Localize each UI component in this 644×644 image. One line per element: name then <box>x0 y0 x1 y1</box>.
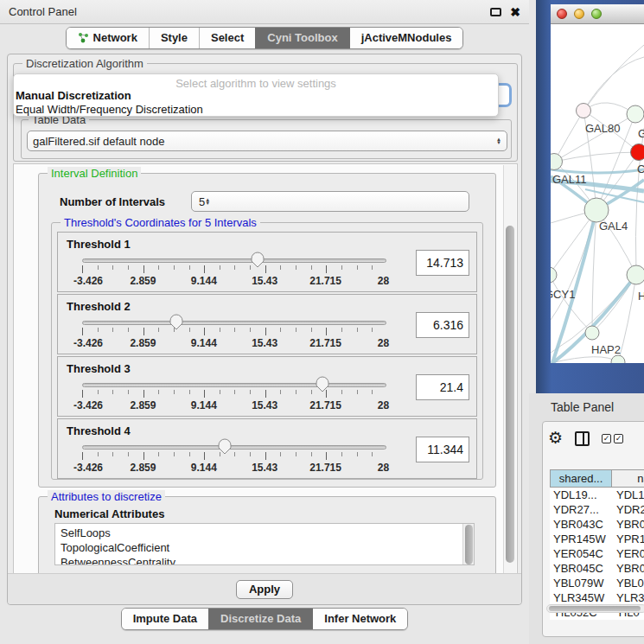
list-item[interactable]: SelfLoops <box>61 526 474 540</box>
float-window-icon[interactable] <box>490 8 501 16</box>
numerical-attributes-label: Numerical Attributes <box>54 507 164 520</box>
control-panel-titlebar: Control Panel ✖ <box>0 0 529 24</box>
attributes-group-title: Attributes to discretize <box>48 490 165 503</box>
apply-button[interactable]: Apply <box>236 580 293 599</box>
node-red-selected <box>631 144 644 161</box>
table-data-value: galFiltered.sif default node <box>33 135 496 148</box>
interval-definition-title: Interval Definition <box>48 167 141 180</box>
list-scrollbar[interactable] <box>462 524 474 564</box>
tab-style-label: Style <box>161 31 188 44</box>
node-label-gal4: GAL4 <box>599 220 628 233</box>
threshold-3-slider[interactable]: -3.4262.8599.14415.4321.71528 <box>82 383 386 411</box>
tab-cyni-toolbox-label: Cyni Toolbox <box>267 31 337 44</box>
tab-impute-data[interactable]: Impute Data <box>122 609 208 629</box>
slider-track <box>82 445 386 450</box>
threshold-2-value-field[interactable] <box>416 312 469 338</box>
tab-impute-data-label: Impute Data <box>133 612 197 625</box>
threshold-4-label: Threshold 4 <box>67 424 131 437</box>
node-gal80 <box>577 104 591 118</box>
threshold-1-slider[interactable]: -3.4262.8599.14415.4321.71528 <box>82 258 386 286</box>
checkbox-icon[interactable]: ✓ <box>614 434 623 443</box>
number-of-intervals-value: 5 <box>199 195 205 208</box>
list-item[interactable]: BetweennessCentrality <box>61 555 474 565</box>
slider-ticks <box>82 265 386 273</box>
close-icon[interactable]: ✖ <box>510 6 520 18</box>
tab-jactivemnodules[interactable]: jActiveMNodules <box>349 28 463 48</box>
threshold-4-value-field[interactable] <box>416 437 469 462</box>
threshold-1-label: Threshold 1 <box>67 238 131 251</box>
settings-scrollbar[interactable] <box>503 165 516 575</box>
node-gcy1 <box>551 267 557 283</box>
minimize-traffic-light-icon[interactable] <box>574 9 584 19</box>
table-row[interactable]: YBL079WYBL0 <box>550 576 644 590</box>
numerical-attributes-list[interactable]: SelfLoops TopologicalCoefficient Between… <box>54 523 475 565</box>
node-label-partial-g: G <box>638 127 644 140</box>
tab-style[interactable]: Style <box>149 28 199 48</box>
tab-network[interactable]: Network <box>67 28 149 48</box>
table-row[interactable]: YDR27...YDR2 <box>550 502 644 517</box>
table-row[interactable]: YPR145WYPR1 <box>550 532 644 546</box>
network-canvas[interactable]: GAL80 G C GAL11 GAL4 GCY1 H HAP2 <box>551 24 644 363</box>
algorithm-option-equal-width[interactable]: Equal Width/Frequency Discretization <box>14 103 498 117</box>
slider-track <box>82 258 386 263</box>
column-layout-icon[interactable] <box>575 431 590 446</box>
zoom-traffic-light-icon[interactable] <box>591 9 602 19</box>
tab-discretize-data[interactable]: Discretize Data <box>208 609 312 629</box>
tab-infer-network[interactable]: Infer Network <box>312 609 407 629</box>
table-row[interactable]: YER054CYER0 <box>550 546 644 561</box>
number-of-intervals-select[interactable]: 5 ▲▼ <box>191 191 469 212</box>
tab-infer-network-label: Infer Network <box>324 612 396 625</box>
slider-scale-labels: -3.4262.8599.14415.4321.71528 <box>82 275 386 286</box>
slider-track <box>82 321 386 325</box>
tab-jactivemnodules-label: jActiveMNodules <box>361 31 452 44</box>
node-partial-right-top <box>627 105 644 123</box>
node-partial-right <box>627 265 644 284</box>
column-header-name[interactable]: na <box>612 470 644 487</box>
slider-scale-labels: -3.4262.8599.14415.4321.71528 <box>82 337 386 348</box>
table-panel-title: Table Panel <box>551 400 614 414</box>
node-label-hap2: HAP2 <box>591 343 621 356</box>
table-panel-section: Table Panel ⚙ ✓ ✓ shared... na YDL19...Y… <box>529 393 644 644</box>
threshold-coordinates-group: Threshold's Coordinates for 5 Intervals … <box>51 222 483 480</box>
threshold-1-panel: Threshold 1 -3.4262.8599.14415.4321.7152… <box>57 232 477 292</box>
column-header-shared-name[interactable]: shared... <box>551 470 612 487</box>
tab-cyni-toolbox[interactable]: Cyni Toolbox <box>255 28 348 48</box>
table-data-select[interactable]: galFiltered.sif default node ▲▼ <box>27 131 507 151</box>
list-item[interactable]: TopologicalCoefficient <box>61 540 474 555</box>
checkbox-icon[interactable]: ✓ <box>602 434 611 443</box>
threshold-1-value-field[interactable] <box>416 250 469 276</box>
slider-ticks <box>82 452 386 460</box>
table-row[interactable]: YDL19...YDL1 <box>550 488 644 502</box>
close-traffic-light-icon[interactable] <box>557 9 567 19</box>
threshold-2-slider[interactable]: -3.4262.8599.14415.4321.71528 <box>82 321 386 348</box>
node-label-gal80: GAL80 <box>585 122 620 135</box>
threshold-4-slider[interactable]: -3.4262.8599.14415.4321.71528 <box>82 445 386 473</box>
stepper-icon: ▲▼ <box>496 137 501 144</box>
tab-network-label: Network <box>93 31 137 44</box>
threshold-3-panel: Threshold 3 -3.4262.8599.14415.4321.7152… <box>57 356 477 417</box>
settings-scroll-area: Interval Definition Number of Intervals … <box>13 163 518 575</box>
table-row[interactable]: YLR345WYLR3 <box>550 590 644 605</box>
algorithm-option-manual[interactable]: Manual Discretization <box>14 89 498 103</box>
gear-icon[interactable]: ⚙ <box>548 430 563 446</box>
tab-select[interactable]: Select <box>199 28 255 48</box>
cyni-bottom-tabs: Impute Data Discretize Data Infer Networ… <box>0 608 529 630</box>
network-icon <box>78 32 89 43</box>
node-gal4 <box>584 198 609 222</box>
slider-scale-labels: -3.4262.8599.14415.4321.71528 <box>82 399 386 411</box>
node-partial-bottom <box>611 355 625 363</box>
table-row[interactable]: YBR045CYBR0 <box>550 561 644 576</box>
table-row[interactable]: YBR043CYBR0 <box>550 517 644 532</box>
network-window: GAL80 G C GAL11 GAL4 GCY1 H HAP2 <box>551 4 644 363</box>
algorithm-placeholder-option[interactable]: Select algorithm to view settings <box>14 74 498 89</box>
table-header-row: shared... na <box>550 469 644 488</box>
cyni-toolbox-panel: Discretization Algorithm Table Data galF… <box>7 54 522 605</box>
slider-ticks <box>82 328 386 335</box>
threshold-4-panel: Threshold 4 -3.4262.8599.14415.4321.7152… <box>57 418 477 479</box>
table-panel-toolbar: ⚙ ✓ ✓ <box>548 430 623 446</box>
tab-discretize-data-label: Discretize Data <box>220 612 301 625</box>
node-label-gal11: GAL11 <box>552 173 587 186</box>
table-horizontal-scrollbar[interactable] <box>546 604 644 613</box>
table-panel: ⚙ ✓ ✓ shared... na YDL19...YDL1 YDR27...… <box>542 421 644 637</box>
threshold-3-value-field[interactable] <box>416 374 469 400</box>
